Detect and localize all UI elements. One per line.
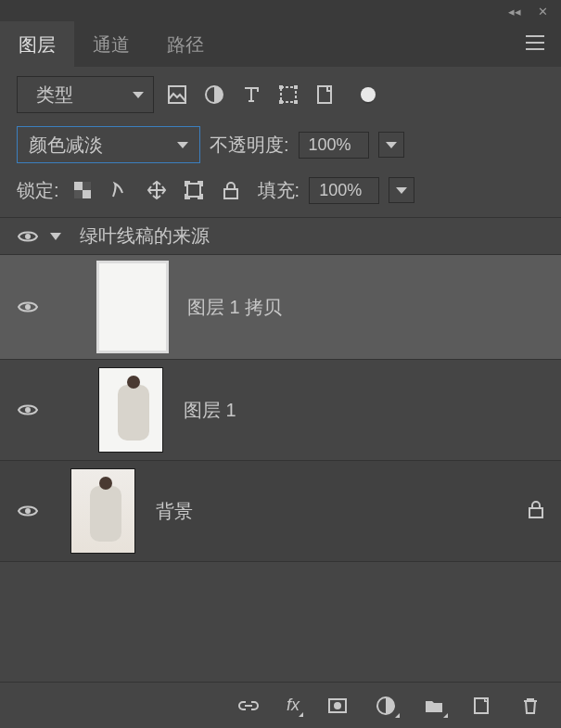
layer-thumbnail[interactable] bbox=[98, 367, 163, 453]
svg-rect-19 bbox=[529, 508, 542, 517]
svg-rect-12 bbox=[74, 190, 83, 198]
chevron-down-icon bbox=[386, 142, 397, 148]
svg-point-15 bbox=[25, 234, 31, 239]
svg-rect-9 bbox=[74, 182, 83, 190]
svg-rect-6 bbox=[279, 100, 283, 104]
svg-rect-13 bbox=[187, 184, 200, 197]
visibility-toggle[interactable] bbox=[6, 504, 50, 518]
lock-image-icon[interactable] bbox=[106, 176, 134, 204]
layer-thumbnail[interactable] bbox=[70, 468, 135, 554]
chevron-down-icon bbox=[396, 187, 407, 194]
fx-icon[interactable]: fx bbox=[287, 696, 300, 715]
type-filter-icon[interactable] bbox=[237, 81, 265, 109]
svg-rect-7 bbox=[294, 100, 298, 104]
lock-position-icon[interactable] bbox=[143, 176, 171, 204]
svg-rect-11 bbox=[83, 182, 91, 190]
visibility-toggle[interactable] bbox=[6, 229, 50, 244]
svg-point-17 bbox=[25, 407, 31, 413]
visibility-toggle[interactable] bbox=[6, 402, 50, 417]
blend-mode-value: 颜色减淡 bbox=[29, 133, 103, 158]
tab-channels[interactable]: 通道 bbox=[74, 21, 148, 69]
close-panel-icon[interactable]: ✕ bbox=[538, 5, 548, 19]
collapse-group-icon[interactable] bbox=[50, 233, 61, 240]
layers-list: 绿叶线稿的来源 图层 1 拷贝 图层 1 背景 bbox=[0, 217, 561, 682]
fill-label: 填充: bbox=[258, 178, 300, 203]
lock-all-icon[interactable] bbox=[217, 176, 245, 204]
layer-controls: 类型 颜色减淡 bbox=[0, 67, 561, 217]
layer-name[interactable]: 绿叶线稿的来源 bbox=[80, 224, 210, 249]
shape-filter-icon[interactable] bbox=[274, 81, 302, 109]
chevron-down-icon bbox=[177, 142, 188, 148]
adjustment-filter-icon[interactable] bbox=[200, 81, 228, 109]
opacity-slider-toggle[interactable] bbox=[378, 132, 404, 158]
fill-slider-toggle[interactable] bbox=[389, 177, 414, 203]
svg-point-16 bbox=[25, 304, 31, 310]
panel-menu-icon[interactable] bbox=[509, 35, 561, 55]
lock-transparent-icon[interactable] bbox=[69, 176, 96, 204]
tab-paths[interactable]: 路径 bbox=[148, 21, 223, 69]
tab-layers[interactable]: 图层 bbox=[0, 21, 74, 69]
svg-rect-3 bbox=[281, 87, 296, 102]
layer-row-background[interactable]: 背景 bbox=[0, 461, 561, 562]
mask-icon[interactable] bbox=[327, 696, 348, 716]
filter-type-label: 类型 bbox=[36, 83, 73, 108]
link-icon[interactable] bbox=[238, 696, 259, 716]
filter-type-select[interactable]: 类型 bbox=[17, 76, 154, 113]
svg-rect-1 bbox=[169, 86, 185, 103]
svg-point-18 bbox=[25, 508, 31, 514]
pixel-filter-icon[interactable] bbox=[163, 81, 191, 109]
panel-tabs: 图层 通道 路径 bbox=[0, 22, 561, 67]
svg-point-21 bbox=[334, 702, 341, 709]
opacity-value[interactable]: 100% bbox=[299, 132, 369, 159]
layer-name[interactable]: 图层 1 bbox=[184, 398, 236, 423]
opacity-label: 不透明度: bbox=[210, 133, 289, 158]
smart-filter-icon[interactable] bbox=[312, 81, 339, 109]
fill-value[interactable]: 100% bbox=[309, 177, 379, 204]
layer-name[interactable]: 图层 1 拷贝 bbox=[187, 295, 282, 320]
lock-label: 锁定: bbox=[17, 178, 59, 203]
svg-rect-10 bbox=[83, 190, 91, 198]
layer-group-row[interactable]: 绿叶线稿的来源 bbox=[0, 218, 561, 255]
layer-thumbnail[interactable] bbox=[98, 262, 167, 351]
blend-mode-select[interactable]: 颜色减淡 bbox=[17, 126, 200, 163]
panel-titlebar: ◂◂ ✕ bbox=[0, 0, 561, 22]
layer-row[interactable]: 图层 1 拷贝 bbox=[0, 255, 561, 360]
layer-row[interactable]: 图层 1 bbox=[0, 360, 561, 461]
new-layer-icon[interactable] bbox=[472, 696, 492, 716]
trash-icon[interactable] bbox=[520, 696, 541, 716]
chevron-down-icon bbox=[133, 92, 144, 98]
layers-panel: ◂◂ ✕ 图层 通道 路径 类型 bbox=[0, 0, 561, 728]
toggle-filter-icon[interactable] bbox=[354, 81, 382, 109]
adjustment-icon[interactable] bbox=[376, 696, 396, 716]
lock-artboard-icon[interactable] bbox=[180, 176, 208, 204]
svg-rect-8 bbox=[318, 86, 331, 103]
visibility-toggle[interactable] bbox=[6, 300, 50, 314]
svg-rect-5 bbox=[294, 85, 298, 89]
lock-icon bbox=[528, 500, 561, 523]
svg-rect-4 bbox=[279, 85, 283, 89]
group-icon[interactable] bbox=[424, 696, 444, 716]
collapse-panel-icon[interactable]: ◂◂ bbox=[508, 5, 521, 19]
layer-name[interactable]: 背景 bbox=[156, 499, 193, 524]
layers-bottom-toolbar: fx bbox=[0, 682, 561, 728]
svg-rect-14 bbox=[224, 189, 237, 198]
